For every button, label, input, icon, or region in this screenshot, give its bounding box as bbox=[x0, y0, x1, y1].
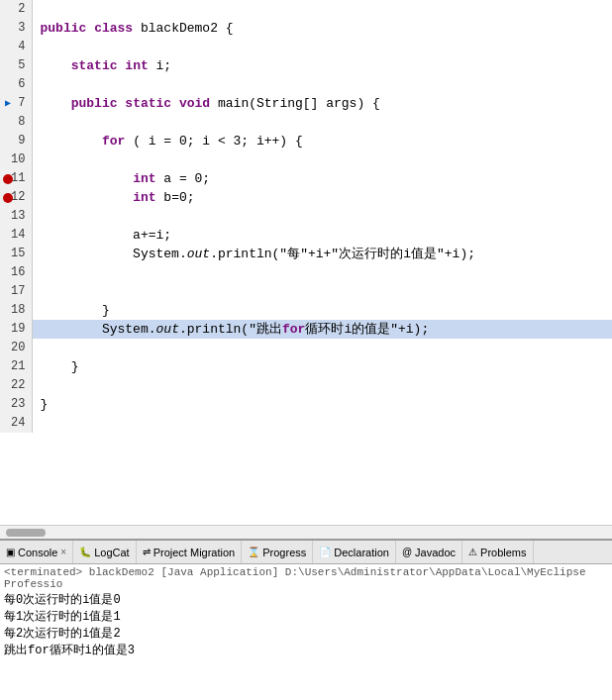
tab-close-console[interactable]: × bbox=[60, 547, 66, 557]
line-code bbox=[32, 339, 612, 357]
tab-icon-javadoc: @ bbox=[402, 547, 412, 557]
tab-icon-logcat: 🐛 bbox=[79, 547, 91, 557]
tab-icon-project-migration: ⇌ bbox=[143, 547, 151, 557]
line-number: 13 bbox=[0, 207, 32, 226]
line-code: System.out.println("跳出for循环时i的值是"+i); bbox=[32, 320, 612, 339]
line-code: } bbox=[32, 395, 612, 414]
scroll-thumb[interactable] bbox=[6, 529, 46, 537]
line-number: 2 bbox=[0, 0, 32, 19]
line-code bbox=[32, 376, 612, 395]
line-code bbox=[32, 207, 612, 226]
line-number: 11 bbox=[0, 169, 32, 188]
line-code: public class blackDemo2 { bbox=[32, 19, 612, 38]
tab-label-logcat: LogCat bbox=[94, 547, 129, 558]
line-number: 18 bbox=[0, 301, 32, 320]
tab-icon-declaration: 📄 bbox=[319, 547, 331, 557]
tab-icon-problems: ⚠ bbox=[468, 547, 477, 557]
tab-console[interactable]: ▣Console× bbox=[0, 541, 73, 564]
tab-label-javadoc: Javadoc bbox=[415, 547, 456, 558]
line-number: 21 bbox=[0, 357, 32, 376]
line-code bbox=[32, 263, 612, 282]
tab-progress[interactable]: ⌛Progress bbox=[242, 541, 313, 564]
tab-declaration[interactable]: 📄Declaration bbox=[313, 541, 396, 564]
tab-label-declaration: Declaration bbox=[334, 547, 389, 558]
code-editor[interactable]: 2 3public class blackDemo2 {4 5 static i… bbox=[0, 0, 612, 525]
console-output-line: 每1次运行时的i值是1 bbox=[4, 609, 608, 626]
console-output-line: 每0次运行时的i值是0 bbox=[4, 592, 608, 609]
line-code bbox=[32, 150, 612, 169]
line-number: 10 bbox=[0, 150, 32, 169]
tab-icon-progress: ⌛ bbox=[248, 547, 259, 557]
code-table: 2 3public class blackDemo2 {4 5 static i… bbox=[0, 0, 612, 433]
tab-problems[interactable]: ⚠Problems bbox=[462, 541, 533, 564]
line-code: System.out.println("每"+i+"次运行时的i值是"+i); bbox=[32, 245, 612, 263]
line-number: 17 bbox=[0, 282, 32, 301]
tab-label-progress: Progress bbox=[262, 547, 306, 558]
tab-project-migration[interactable]: ⇌Project Migration bbox=[137, 541, 243, 564]
tab-javadoc[interactable]: @Javadoc bbox=[396, 541, 462, 564]
line-number: 3 bbox=[0, 19, 32, 38]
line-code bbox=[32, 282, 612, 301]
console-output-line: 每2次运行时的i值是2 bbox=[4, 626, 608, 643]
line-code bbox=[32, 38, 612, 56]
line-number: 24 bbox=[0, 414, 32, 433]
tab-logcat[interactable]: 🐛LogCat bbox=[73, 541, 136, 564]
line-number: 12 bbox=[0, 188, 32, 207]
tab-icon-console: ▣ bbox=[6, 547, 15, 557]
arrow-icon: ▶ bbox=[5, 94, 11, 113]
line-number: 14 bbox=[0, 226, 32, 245]
line-code bbox=[32, 0, 612, 19]
console-path: <terminated> blackDemo2 [Java Applicatio… bbox=[4, 566, 608, 590]
console-output-line: 跳出for循环时i的值是3 bbox=[4, 643, 608, 659]
console-tab-bar: ▣Console×🐛LogCat⇌Project Migration⌛Progr… bbox=[0, 541, 612, 564]
console-panel: ▣Console×🐛LogCat⇌Project Migration⌛Progr… bbox=[0, 539, 612, 700]
line-number: 22 bbox=[0, 376, 32, 395]
line-number: 5 bbox=[0, 56, 32, 75]
line-number: 20 bbox=[0, 339, 32, 357]
line-number: 8 bbox=[0, 113, 32, 132]
arrow-marker: ▶ bbox=[0, 94, 16, 113]
line-code: } bbox=[32, 301, 612, 320]
line-code bbox=[32, 75, 612, 94]
line-code: for ( i = 0; i < 3; i++) { bbox=[32, 132, 612, 150]
line-number: ▶7 bbox=[0, 94, 32, 113]
line-number: 6 bbox=[0, 75, 32, 94]
breakpoint-icon bbox=[3, 174, 13, 184]
breakpoint-marker bbox=[0, 188, 16, 207]
line-code: int a = 0; bbox=[32, 169, 612, 188]
tab-label-problems: Problems bbox=[480, 547, 526, 558]
line-code bbox=[32, 414, 612, 433]
line-number: 4 bbox=[0, 38, 32, 56]
tab-label-project-migration: Project Migration bbox=[153, 547, 236, 558]
line-code: public static void main(String[] args) { bbox=[32, 94, 612, 113]
breakpoint-marker bbox=[0, 169, 16, 188]
line-code bbox=[32, 113, 612, 132]
line-number: 15 bbox=[0, 245, 32, 263]
console-lines: 每0次运行时的i值是0每1次运行时的i值是1每2次运行时的i值是2跳出for循环… bbox=[4, 592, 608, 659]
horizontal-scrollbar[interactable] bbox=[0, 525, 612, 539]
line-number: 9 bbox=[0, 132, 32, 150]
line-number: 16 bbox=[0, 263, 32, 282]
line-number: 19 bbox=[0, 320, 32, 339]
line-code: static int i; bbox=[32, 56, 612, 75]
line-code: int b=0; bbox=[32, 188, 612, 207]
line-code: } bbox=[32, 357, 612, 376]
tab-label-console: Console bbox=[18, 547, 57, 558]
console-output: <terminated> blackDemo2 [Java Applicatio… bbox=[0, 564, 612, 700]
line-code: a+=i; bbox=[32, 226, 612, 245]
line-number: 23 bbox=[0, 395, 32, 414]
breakpoint-icon bbox=[3, 193, 13, 203]
